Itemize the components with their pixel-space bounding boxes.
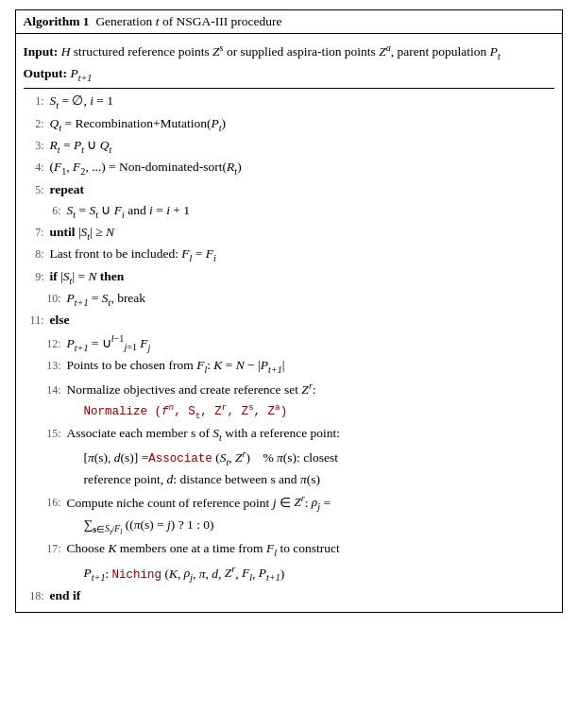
line-8: 8: Last front to be included: Fl = Fi (24, 245, 554, 265)
line-7: 7: until |St| ≥ N (24, 223, 554, 244)
line-num-17: 17: (41, 540, 61, 557)
algorithm-title: Algorithm 1 (24, 14, 90, 28)
line-16: 16: Compute niche count of reference poi… (24, 491, 554, 514)
line-5: 5: repeat (24, 180, 554, 199)
line-content-15b: [π(s), d(s)] =Associate (St, Zr) % π(s):… (84, 446, 554, 468)
line-content-16: Compute niche count of reference point j… (67, 491, 554, 514)
line-num-12: 12: (41, 335, 61, 352)
line-num-3: 3: (24, 137, 44, 154)
line-14: 14: Normalize objectives and create refe… (24, 378, 554, 399)
section-divider (24, 88, 554, 89)
line-num-13: 13: (41, 357, 61, 374)
input-label: Input: (24, 42, 61, 61)
line-content-7: until |St| ≥ N (50, 223, 554, 244)
line-num-7: 7: (24, 224, 44, 241)
line-15c: reference point, d: distance between s a… (24, 470, 554, 489)
line-content-18: end if (50, 586, 554, 605)
algo-var-t: t (156, 14, 160, 28)
line-15b: [π(s), d(s)] =Associate (St, Zr) % π(s):… (24, 446, 554, 468)
input-line: Input: H structured reference points Zs … (24, 40, 554, 62)
line-9: 9: if |St| = N then (24, 267, 554, 288)
line-num-4: 4: (24, 159, 44, 176)
line-17b: Pt+1: Niching (K, ρj, π, d, Zr, Fl, Pt+1… (24, 562, 554, 584)
line-num-18: 18: (24, 587, 44, 604)
line-num-2: 2: (24, 115, 44, 132)
line-2: 2: Qt = Recombination+Mutation(Pt) (24, 114, 554, 135)
line-17: 17: Choose K members one at a time from … (24, 539, 554, 560)
line-11: 11: else (24, 311, 554, 330)
line-content-14b: Normalize (fn, St, Zr, Zs, Za) (84, 401, 554, 423)
line-content-3: Rt = Pt ∪ Qt (50, 136, 554, 157)
line-16b: ∑s∈St/Fl ((π(s) = j) ? 1 : 0) (24, 516, 554, 538)
line-12: 12: Pt+1 = ∪l−1j=1 Fj (24, 331, 554, 354)
line-num-6: 6: (41, 202, 61, 219)
output-label: Output: (24, 64, 71, 83)
line-content-4: (F1, F2, ...) = Non-dominated-sort(Rt) (50, 158, 554, 178)
algorithm-box: Algorithm 1 Generation t of NSGA-III pro… (15, 9, 563, 613)
algorithm-header: Algorithm 1 Generation t of NSGA-III pro… (16, 10, 562, 34)
line-content-17b: Pt+1: Niching (K, ρj, π, d, Zr, Fl, Pt+1… (84, 562, 554, 584)
line-content-6: St = St ∪ Fi and i = i + 1 (67, 201, 554, 222)
output-text: Pt+1 (70, 64, 92, 85)
line-num-14: 14: (41, 381, 61, 398)
output-line: Output: Pt+1 (24, 64, 554, 85)
line-content-5: repeat (50, 180, 554, 199)
line-10: 10: Pt+1 = St, break (24, 289, 554, 310)
line-content-1: St = ∅, i = 1 (50, 92, 554, 112)
line-content-12: Pt+1 = ∪l−1j=1 Fj (67, 331, 554, 354)
line-content-16b: ∑s∈St/Fl ((π(s) = j) ? 1 : 0) (84, 516, 554, 538)
line-num-5: 5: (24, 181, 44, 198)
line-content-13: Points to be chosen from Fl: K = N − |Pt… (67, 356, 554, 377)
line-content-14: Normalize objectives and create referenc… (67, 378, 554, 399)
line-content-9: if |St| = N then (50, 267, 554, 288)
algorithm-body: Input: H structured reference points Zs … (16, 34, 562, 612)
line-content-17: Choose K members one at a time from Fl t… (67, 539, 554, 560)
line-content-11: else (50, 311, 554, 330)
input-text: H structured reference points Zs or supp… (61, 40, 501, 62)
line-1: 1: St = ∅, i = 1 (24, 92, 554, 112)
line-content-2: Qt = Recombination+Mutation(Pt) (50, 114, 554, 135)
line-num-10: 10: (41, 290, 61, 307)
line-num-1: 1: (24, 93, 44, 110)
line-content-8: Last front to be included: Fl = Fi (50, 245, 554, 265)
line-num-15: 15: (41, 425, 61, 442)
line-num-8: 8: (24, 245, 44, 262)
line-num-11: 11: (24, 312, 44, 329)
line-content-15c: reference point, d: distance between s a… (84, 470, 554, 489)
line-content-15: Associate each member s of St with a ref… (67, 424, 554, 445)
line-num-9: 9: (24, 268, 44, 285)
line-num-16: 16: (41, 494, 61, 511)
line-4: 4: (F1, F2, ...) = Non-dominated-sort(Rt… (24, 158, 554, 178)
line-14b: Normalize (fn, St, Zr, Zs, Za) (24, 401, 554, 423)
line-18: 18: end if (24, 586, 554, 605)
line-15: 15: Associate each member s of St with a… (24, 424, 554, 445)
line-6: 6: St = St ∪ Fi and i = i + 1 (24, 201, 554, 222)
line-13: 13: Points to be chosen from Fl: K = N −… (24, 356, 554, 377)
line-content-10: Pt+1 = St, break (67, 289, 554, 310)
line-3: 3: Rt = Pt ∪ Qt (24, 136, 554, 157)
